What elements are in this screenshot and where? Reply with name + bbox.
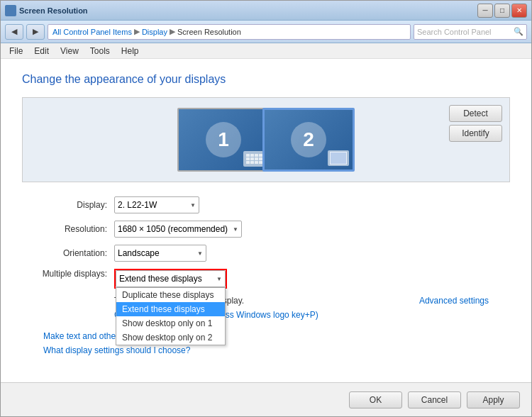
bottom-bar: OK Cancel Apply <box>1 382 531 416</box>
orientation-row: Orientation: Landscape ▼ <box>22 245 510 262</box>
resolution-select[interactable]: 1680 × 1050 (recommended) ▼ <box>114 221 242 238</box>
bottom-links: Make text and other items larger or smal… <box>22 331 510 355</box>
menu-help[interactable]: Help <box>116 45 145 57</box>
option-duplicate[interactable]: Duplicate these displays <box>116 288 225 302</box>
multiple-displays-dropdown: Duplicate these displays Extend these di… <box>116 287 226 345</box>
multiple-displays-value: Extend these displays <box>119 274 202 284</box>
apply-button[interactable]: Apply <box>467 391 520 408</box>
advanced-settings-link[interactable]: Advanced settings <box>419 296 489 306</box>
monitor-1-icon <box>243 151 265 167</box>
menu-file[interactable]: File <box>4 45 28 57</box>
display-label: Display: <box>22 200 114 210</box>
multiple-displays-select[interactable]: Extend these displays ▼ <box>116 270 226 287</box>
breadcrumb-display[interactable]: Display <box>142 28 167 36</box>
option-desktop-1[interactable]: Show desktop only on 1 <box>116 316 225 330</box>
content-area: Change the appearance of your displays 1… <box>1 59 531 382</box>
orientation-select-arrow: ▼ <box>197 250 203 257</box>
menu-tools[interactable]: Tools <box>84 45 116 57</box>
monitor-2[interactable]: 2 <box>262 108 355 172</box>
page-title: Change the appearance of your displays <box>22 73 510 86</box>
resolution-label: Resolution: <box>22 224 114 234</box>
ok-button[interactable]: OK <box>349 391 402 408</box>
option-extend[interactable]: Extend these displays <box>116 302 225 316</box>
breadcrumb: All Control Panel Items ▶ Display ▶ Scre… <box>48 24 411 40</box>
search-bar[interactable]: Search Control Panel 🔍 <box>414 24 527 40</box>
maximize-button[interactable]: □ <box>494 4 510 18</box>
resolution-select-arrow: ▼ <box>233 226 238 233</box>
multiple-displays-row: Multiple displays: Extend these displays… <box>22 269 510 289</box>
multiple-displays-label: Multiple displays: <box>22 269 114 279</box>
monitor-2-icon <box>328 150 349 166</box>
display-select[interactable]: 2. L22-1W ▼ <box>114 196 199 213</box>
monitor-2-number: 2 <box>291 122 326 157</box>
title-bar-text: Screen Resolution <box>19 6 477 15</box>
multiple-displays-container: Extend these displays ▼ Duplicate these … <box>116 270 226 287</box>
title-bar: Screen Resolution ─ □ ✕ <box>1 1 531 21</box>
back-button[interactable]: ◀ <box>5 24 23 40</box>
search-placeholder: Search Control Panel <box>417 28 492 36</box>
title-bar-buttons: ─ □ ✕ <box>477 4 527 18</box>
window-icon <box>5 5 16 16</box>
search-icon: 🔍 <box>514 27 523 36</box>
monitor-1-number: 1 <box>206 122 241 157</box>
menu-edit[interactable]: Edit <box>28 45 55 57</box>
detect-button[interactable]: Detect <box>449 105 502 122</box>
display-row: Display: 2. L22-1W ▼ <box>22 196 510 213</box>
orientation-select[interactable]: Landscape ▼ <box>114 245 206 262</box>
minimize-button[interactable]: ─ <box>477 4 493 18</box>
menu-view[interactable]: View <box>55 45 84 57</box>
orientation-label: Orientation: <box>22 248 114 258</box>
display-settings-link[interactable]: What display settings should I choose? <box>43 345 190 355</box>
forward-button[interactable]: ▶ <box>26 24 45 40</box>
menu-bar: File Edit View Tools Help <box>1 43 531 59</box>
identify-button[interactable]: Identify <box>449 125 502 142</box>
resolution-value: 1680 × 1050 (recommended) <box>118 224 228 234</box>
option-desktop-2[interactable]: Show desktop only on 2 <box>116 330 225 345</box>
display-value: 2. L22-1W <box>118 200 157 210</box>
cancel-button[interactable]: Cancel <box>408 391 461 408</box>
breadcrumb-current: Screen Resolution <box>177 28 241 36</box>
resolution-row: Resolution: 1680 × 1050 (recommended) ▼ <box>22 221 510 238</box>
breadcrumb-control-panel[interactable]: All Control Panel Items <box>52 28 132 36</box>
main-window: Screen Resolution ─ □ ✕ ◀ ▶ All Control … <box>0 0 532 417</box>
display-select-arrow: ▼ <box>190 202 196 208</box>
display-preview: 1 2 Detect <box>22 97 510 182</box>
monitor-1[interactable]: 1 <box>177 108 270 172</box>
close-button[interactable]: ✕ <box>511 4 527 18</box>
orientation-value: Landscape <box>118 248 160 258</box>
detect-buttons: Detect Identify <box>449 105 502 142</box>
multiple-displays-arrow: ▼ <box>216 276 222 282</box>
address-bar: ◀ ▶ All Control Panel Items ▶ Display ▶ … <box>1 21 531 43</box>
multiple-displays-border: Extend these displays ▼ Duplicate these … <box>114 269 227 289</box>
